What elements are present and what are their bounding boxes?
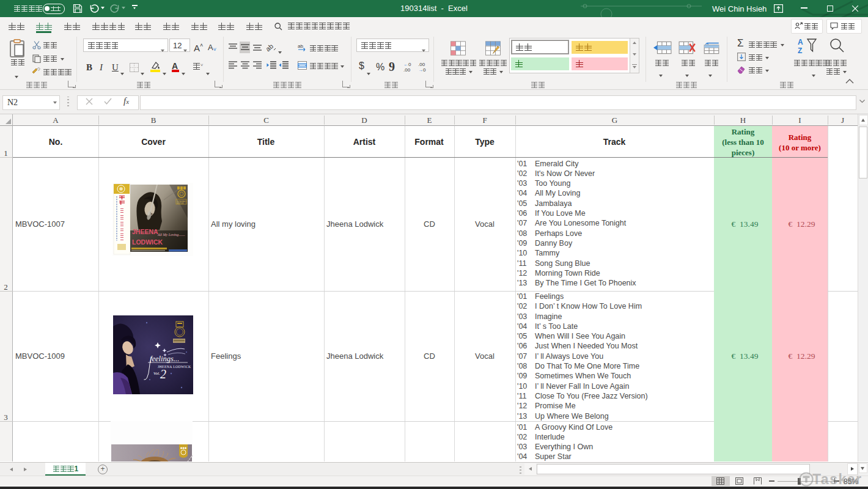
svg-text:Vol.: Vol. (153, 371, 160, 376)
svg-text:Z: Z (798, 46, 802, 54)
svg-text:2: 2 (160, 367, 166, 381)
svg-text:feelings...: feelings... (150, 355, 179, 363)
svg-text:JHEENA: JHEENA (132, 228, 158, 235)
svg-text:All My Loving.......: All My Loving....... (157, 233, 185, 237)
svg-text:ab: ab (298, 43, 303, 49)
svg-text:LODWICK: LODWICK (132, 238, 163, 246)
svg-text:EDITION: EDITION (177, 202, 184, 205)
svg-text:A: A (798, 38, 803, 46)
svg-text:ab: ab (267, 43, 274, 53)
